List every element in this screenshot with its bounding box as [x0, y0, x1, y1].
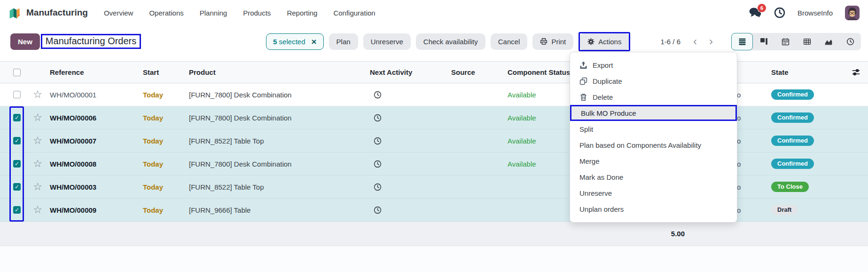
- clear-selection-icon[interactable]: ×: [311, 37, 316, 46]
- menu-item-unreserve[interactable]: Unreserve: [570, 185, 737, 201]
- row-checkbox[interactable]: [13, 160, 21, 168]
- reference-cell: WH/MO/00001: [48, 91, 141, 99]
- next-activity-clock-icon[interactable]: [374, 91, 449, 99]
- selection-badge: 5 selected ×: [266, 33, 324, 50]
- product-cell: [FURN_8522] Table Top: [187, 183, 368, 191]
- menu-item-bulk-mo-produce[interactable]: Bulk MO Produce: [570, 105, 737, 121]
- next-activity-clock-icon[interactable]: [374, 160, 449, 168]
- menu-item-export[interactable]: Export: [570, 57, 737, 73]
- menu-item-label: Bulk MO Produce: [581, 109, 636, 117]
- product-cell: [FURN_9666] Table: [187, 206, 368, 214]
- header-product[interactable]: Product: [187, 68, 368, 76]
- select-all-checkbox[interactable]: [13, 69, 21, 76]
- product-cell: [FURN_7800] Desk Combination: [187, 114, 368, 122]
- actions-dropdown: ExportDuplicateDeleteBulk MO ProduceSpli…: [570, 52, 737, 223]
- menu-planning[interactable]: Planning: [200, 9, 227, 17]
- pager-next-icon[interactable]: ›: [703, 33, 719, 49]
- menu-item-plan-based-on-components-availability[interactable]: Plan based on Components Availability: [570, 137, 737, 153]
- breadcrumb-annotation-box: Manufacturing Orders: [41, 34, 141, 49]
- star-icon[interactable]: ☆: [33, 182, 42, 192]
- next-activity-clock-icon[interactable]: [374, 137, 449, 145]
- start-date-cell: Today: [141, 183, 187, 191]
- row-checkbox[interactable]: [13, 114, 21, 121]
- star-icon[interactable]: ☆: [33, 112, 42, 123]
- pager-previous-icon[interactable]: ‹: [687, 33, 703, 49]
- clipped-uom-text: o: [737, 114, 741, 122]
- menu-item-unplan-orders[interactable]: Unplan orders: [570, 201, 737, 217]
- row-checkbox[interactable]: [13, 137, 21, 144]
- cancel-button[interactable]: Cancel: [491, 33, 528, 50]
- app-switcher[interactable]: Manufacturing: [8, 6, 88, 19]
- component-status-cell: Available: [506, 160, 571, 168]
- star-icon[interactable]: ☆: [33, 159, 42, 169]
- clipped-uom-text: o: [737, 137, 741, 145]
- reference-cell: WH/MO/00008: [48, 160, 141, 168]
- messages-icon[interactable]: 6: [749, 7, 762, 18]
- check-availability-button[interactable]: Check availability: [416, 33, 485, 50]
- header-source[interactable]: Source: [449, 68, 506, 76]
- pager-and-views: 1-6 / 6 ‹ ›: [660, 33, 861, 50]
- app-title: Manufacturing: [26, 8, 88, 18]
- view-graph-icon[interactable]: [818, 33, 839, 50]
- header-component-status[interactable]: Component Status: [506, 68, 571, 76]
- star-icon[interactable]: ☆: [33, 89, 42, 100]
- list-view: Reference Start Product Next Activity So…: [0, 61, 868, 272]
- header-state[interactable]: State: [755, 68, 830, 76]
- reference-cell: WH/MO/00006: [48, 114, 141, 122]
- row-checkbox[interactable]: [13, 91, 21, 98]
- menu-products[interactable]: Products: [243, 9, 271, 17]
- state-badge: To Close: [771, 182, 809, 192]
- menu-item-duplicate[interactable]: Duplicate: [570, 73, 737, 89]
- table-row[interactable]: ☆WH/MO/00008Today[FURN_7800] Desk Combin…: [0, 152, 868, 176]
- print-button[interactable]: Print: [532, 33, 573, 50]
- component-status-cell: Available: [506, 137, 571, 145]
- actions-button[interactable]: Actions: [580, 33, 629, 50]
- next-activity-clock-icon[interactable]: [374, 206, 449, 214]
- actions-annotation-box: Actions: [579, 32, 630, 51]
- selection-label: selected: [279, 38, 305, 46]
- activities-clock-icon[interactable]: [774, 7, 785, 18]
- menu-item-merge[interactable]: Merge: [570, 153, 737, 169]
- menu-item-label: Mark as Done: [579, 173, 623, 181]
- new-button[interactable]: New: [10, 33, 40, 50]
- star-icon[interactable]: ☆: [33, 205, 42, 215]
- button-cluster: 5 selected × PlanUnreserveCheck availabi…: [266, 32, 630, 51]
- optional-columns-icon[interactable]: [852, 68, 860, 77]
- duplicate-icon: [579, 77, 587, 85]
- product-cell: [FURN_7800] Desk Combination: [187, 160, 368, 168]
- menu-configuration[interactable]: Configuration: [333, 9, 375, 17]
- view-pivot-icon[interactable]: [796, 33, 818, 50]
- next-activity-clock-icon[interactable]: [374, 183, 449, 191]
- table-row[interactable]: ☆WH/MO/00003Today[FURN_8522] Table TopoT…: [0, 176, 868, 199]
- menu-item-mark-as-done[interactable]: Mark as Done: [570, 169, 737, 185]
- table-row[interactable]: ☆WH/MO/00001Today[FURN_7800] Desk Combin…: [0, 83, 868, 106]
- menu-overview[interactable]: Overview: [104, 9, 133, 17]
- menu-item-label: Duplicate: [593, 77, 622, 85]
- unreserve-button[interactable]: Unreserve: [363, 33, 411, 50]
- header-start[interactable]: Start: [141, 68, 187, 76]
- view-kanban-icon[interactable]: [753, 33, 774, 50]
- menu-reporting[interactable]: Reporting: [287, 9, 317, 17]
- next-activity-clock-icon[interactable]: [374, 114, 449, 122]
- table-row[interactable]: ☆WH/MO/00006Today[FURN_7800] Desk Combin…: [0, 106, 868, 129]
- start-date-cell: Today: [141, 160, 187, 168]
- view-activity-icon[interactable]: [839, 33, 861, 50]
- reference-cell: WH/MO/00003: [48, 183, 141, 191]
- table-row[interactable]: ☆WH/MO/00007Today[FURN_8522] Table TopAv…: [0, 129, 868, 152]
- menu-operations[interactable]: Operations: [149, 9, 183, 17]
- row-checkbox[interactable]: [13, 206, 21, 214]
- product-cell: [FURN_8522] Table Top: [187, 137, 368, 145]
- menu-item-split[interactable]: Split: [570, 121, 737, 137]
- avatar[interactable]: [845, 6, 860, 20]
- plan-button[interactable]: Plan: [329, 33, 358, 50]
- user-name[interactable]: BrowseInfo: [798, 9, 833, 17]
- header-next-activity[interactable]: Next Activity: [368, 68, 449, 76]
- header-reference[interactable]: Reference: [48, 68, 141, 76]
- row-checkbox[interactable]: [13, 183, 21, 191]
- star-icon[interactable]: ☆: [33, 136, 42, 146]
- view-calendar-icon[interactable]: [774, 33, 796, 50]
- table-row[interactable]: ☆WH/MO/00009Today[FURN_9666] TableoDraft: [0, 199, 868, 222]
- menu-item-delete[interactable]: Delete: [570, 89, 737, 105]
- view-list-icon[interactable]: [731, 33, 753, 50]
- delete-icon: [579, 93, 587, 101]
